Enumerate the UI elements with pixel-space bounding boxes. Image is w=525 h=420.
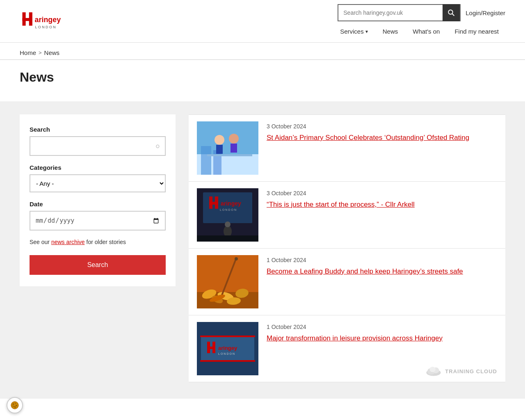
svg-point-23 xyxy=(224,226,232,237)
news-thumbnail-4: aringey LONDON xyxy=(197,322,258,375)
search-login-row: Login/Register xyxy=(338,4,505,21)
svg-rect-38 xyxy=(200,336,255,337)
svg-rect-25 xyxy=(197,235,258,242)
training-cloud-watermark: TRAINING CLOUD xyxy=(425,365,497,377)
breadcrumb-home[interactable]: Home xyxy=(20,49,36,56)
news-archive-link[interactable]: news archive xyxy=(51,239,85,245)
search-label: Search xyxy=(30,126,166,133)
news-date-2: 3 October 2024 xyxy=(267,190,497,196)
svg-rect-9 xyxy=(201,146,211,175)
search-icon xyxy=(447,9,455,16)
header-search-input[interactable] xyxy=(338,9,443,16)
site-logo[interactable]: aringey LONDON xyxy=(20,9,73,34)
nav-item-find-nearest[interactable]: Find my nearest xyxy=(448,25,505,38)
header-search-bar[interactable] xyxy=(338,4,461,21)
news-info-3: 1 October 2024 Become a Leafing Buddy an… xyxy=(267,255,497,276)
svg-rect-2 xyxy=(29,12,32,26)
leaves-illustration xyxy=(197,255,258,308)
svg-point-5 xyxy=(449,10,453,14)
page-title-area: News xyxy=(0,60,525,101)
news-info-2: 3 October 2024 “This is just the start o… xyxy=(267,188,497,210)
breadcrumb-separator: > xyxy=(39,50,42,56)
news-item: aringey LONDON 1 October 2024 Major tran… xyxy=(189,315,505,382)
haringey-banner-illustration: aringey LONDON xyxy=(197,322,258,375)
categories-select[interactable]: - Any - xyxy=(30,174,166,192)
news-info-1: 3 October 2024 St Aidan’s Primary School… xyxy=(267,121,497,143)
sidebar-search-input[interactable] xyxy=(35,143,155,150)
svg-rect-12 xyxy=(216,145,223,154)
site-header: aringey LONDON Login/Register xyxy=(0,0,525,43)
news-list: 3 October 2024 St Aidan’s Primary School… xyxy=(189,114,505,382)
breadcrumb: Home > News xyxy=(20,49,505,56)
training-cloud-label: TRAINING CLOUD xyxy=(445,368,497,374)
svg-point-48 xyxy=(430,367,436,372)
nav-item-services[interactable]: Services ▾ xyxy=(333,25,374,38)
news-info-4: 1 October 2024 Major transformation in l… xyxy=(267,322,497,343)
svg-point-11 xyxy=(215,135,224,145)
svg-text:aringey: aringey xyxy=(218,345,237,351)
main-nav: Services ▾ News What's on Find my neares… xyxy=(333,25,505,38)
svg-rect-14 xyxy=(231,144,237,153)
date-input[interactable] xyxy=(35,217,160,225)
news-item: 1 October 2024 Become a Leafing Buddy an… xyxy=(189,249,505,315)
svg-point-13 xyxy=(229,134,239,144)
sidebar-search-button[interactable]: Search xyxy=(30,255,166,275)
svg-rect-15 xyxy=(207,154,252,156)
page-title: News xyxy=(20,70,505,85)
categories-label: Categories xyxy=(30,164,166,171)
sidebar-search-wrapper[interactable]: ○ xyxy=(30,136,166,156)
svg-point-35 xyxy=(235,257,238,260)
stage-illustration: aringey LONDON xyxy=(197,188,258,242)
kids-illustration xyxy=(197,121,258,175)
main-content: Search ○ Categories - Any - Date See our… xyxy=(0,101,525,399)
nav-item-whats-on[interactable]: What's on xyxy=(406,25,446,38)
nav-item-news[interactable]: News xyxy=(376,25,405,38)
svg-rect-39 xyxy=(200,360,255,362)
breadcrumb-current: News xyxy=(44,49,60,56)
date-label: Date xyxy=(30,201,166,208)
content-grid: Search ○ Categories - Any - Date See our… xyxy=(20,101,505,382)
services-chevron-icon: ▾ xyxy=(365,29,368,34)
archive-text: See our news archive for older stories xyxy=(30,239,166,245)
svg-point-24 xyxy=(225,221,231,227)
news-title-2[interactable]: “This is just the start of the process,”… xyxy=(267,201,415,208)
news-thumbnail-2: aringey LONDON xyxy=(197,188,258,242)
header-right: Login/Register Services ▾ News What's on… xyxy=(333,4,505,38)
news-title-3[interactable]: Become a Leafing Buddy and help keep Har… xyxy=(267,267,463,275)
svg-text:LONDON: LONDON xyxy=(35,25,57,29)
sidebar: Search ○ Categories - Any - Date See our… xyxy=(20,114,176,286)
sidebar-search-circle-icon: ○ xyxy=(155,142,160,151)
news-thumbnail-3 xyxy=(197,255,258,308)
news-item: aringey LONDON 3 October 2024 “This is j… xyxy=(189,182,505,249)
news-title-1[interactable]: St Aidan’s Primary School Celebrates ‘Ou… xyxy=(267,134,469,142)
news-date-1: 3 October 2024 xyxy=(267,123,497,130)
svg-line-6 xyxy=(452,14,454,16)
svg-rect-20 xyxy=(215,196,218,209)
news-date-3: 1 October 2024 xyxy=(267,257,497,263)
news-title-4[interactable]: Major transformation in leisure provisio… xyxy=(267,334,443,342)
training-cloud-icon xyxy=(425,365,442,377)
news-date-4: 1 October 2024 xyxy=(267,324,497,330)
news-thumbnail-1 xyxy=(197,121,258,175)
svg-text:LONDON: LONDON xyxy=(218,352,235,355)
svg-text:aringey: aringey xyxy=(221,200,241,207)
svg-rect-42 xyxy=(212,342,215,353)
svg-text:LONDON: LONDON xyxy=(220,208,237,211)
svg-text:aringey: aringey xyxy=(35,16,61,24)
logo-area: aringey LONDON xyxy=(20,9,73,34)
login-register-link[interactable]: Login/Register xyxy=(466,9,505,16)
header-search-button[interactable] xyxy=(443,4,460,21)
date-input-wrapper[interactable] xyxy=(30,211,166,231)
breadcrumb-area: Home > News xyxy=(0,43,525,60)
news-item: 3 October 2024 St Aidan’s Primary School… xyxy=(189,114,505,182)
